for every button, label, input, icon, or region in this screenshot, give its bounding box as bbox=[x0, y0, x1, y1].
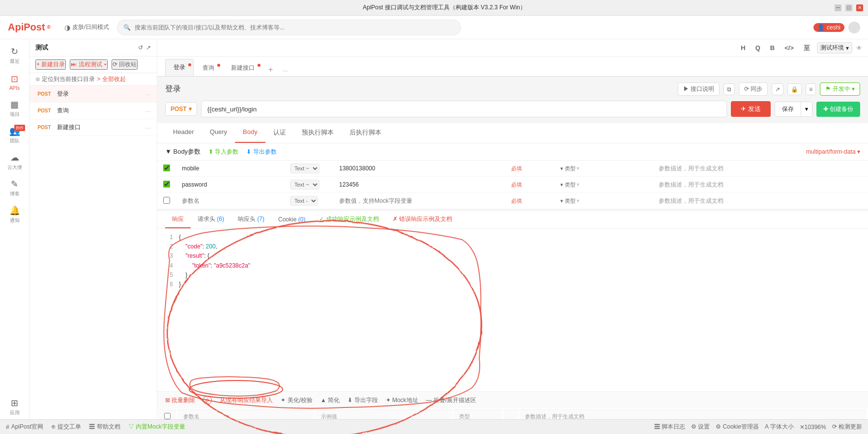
param-value-mobile[interactable] bbox=[339, 165, 499, 172]
user-badge[interactable]: 👤 ceshi bbox=[813, 23, 844, 32]
sidebar-item-app[interactable]: ⊞ 应用 bbox=[2, 395, 27, 419]
h-button[interactable]: H bbox=[738, 42, 748, 54]
param-name-password[interactable] bbox=[182, 181, 278, 188]
eye-button[interactable]: 👁 bbox=[856, 45, 862, 52]
save-button[interactable]: 保存 bbox=[775, 102, 801, 116]
font-size-button[interactable]: A 字体大小 bbox=[765, 423, 794, 431]
params-tab-post-script[interactable]: 后执行脚本 bbox=[342, 123, 389, 143]
api-item-new[interactable]: POST 新建接口 ··· bbox=[29, 119, 157, 136]
refresh-button[interactable]: ↺ bbox=[138, 44, 143, 51]
sidebar-item-recent[interactable]: ↻ 最近 bbox=[2, 43, 27, 68]
sidebar-item-team[interactable]: 👥 团队 协作 bbox=[2, 123, 27, 147]
search-bar[interactable]: 🔍 bbox=[117, 20, 461, 35]
fold-expand-button[interactable]: — 折叠/展开描述区 bbox=[426, 396, 477, 405]
add-directory-button[interactable]: + 新建目录 bbox=[35, 59, 66, 70]
sync-button[interactable]: ⟳ 同步 bbox=[739, 82, 768, 96]
official-site-link[interactable]: # ApiPost官网 bbox=[6, 423, 43, 431]
close-button[interactable]: ✕ bbox=[856, 4, 863, 11]
export-params-button[interactable]: ⬇ 导出参数 bbox=[246, 148, 276, 156]
sidebar-item-notify[interactable]: 🔔 通知 bbox=[2, 202, 27, 227]
tab-more-button[interactable]: ··· bbox=[279, 65, 291, 76]
recycle-button[interactable]: ⟳ 回收站 bbox=[112, 59, 138, 70]
simplify-button[interactable]: ▲ 简化 bbox=[320, 396, 340, 405]
import-params-button[interactable]: ⬆ 导入参数 bbox=[208, 148, 238, 156]
method-selector[interactable]: POST ▾ bbox=[165, 102, 197, 116]
lock-button[interactable]: 🔒 bbox=[787, 83, 802, 95]
param-value-password[interactable] bbox=[339, 181, 499, 188]
export-fields-button[interactable]: ⬇ 导出字段 bbox=[347, 396, 377, 405]
send-button[interactable]: ✈ 发送 bbox=[731, 101, 771, 117]
sidebar-item-cloud[interactable]: ☁ 云大便 bbox=[2, 149, 27, 174]
sidebar-item-blog[interactable]: ✎ 博客 bbox=[2, 176, 27, 200]
collapse-all-btn[interactable]: > 全部收起 bbox=[97, 75, 125, 83]
params-tab-pre-script[interactable]: 预执行脚本 bbox=[294, 123, 342, 143]
minimize-button[interactable]: ─ bbox=[835, 4, 841, 11]
param-desc-mobile[interactable] bbox=[659, 165, 862, 172]
doc-button[interactable]: ▶ 接口说明 bbox=[678, 82, 720, 96]
dev-status-button[interactable]: ⚑ 开发中 ▾ bbox=[820, 82, 860, 96]
param-desc-password[interactable] bbox=[659, 181, 862, 188]
env-selector[interactable]: 测试环境 ▾ bbox=[817, 42, 852, 54]
maximize-button[interactable]: □ bbox=[845, 4, 852, 11]
url-input[interactable] bbox=[201, 101, 727, 117]
param-type-select-mobile[interactable]: Text ~ bbox=[290, 163, 319, 173]
param-type-select-empty[interactable]: Text - bbox=[290, 196, 318, 206]
param-checkbox-empty[interactable] bbox=[163, 197, 170, 204]
multipart-label[interactable]: multipart/form-data ▾ bbox=[806, 148, 860, 155]
mock-address-button[interactable]: ✦ Mock地址 bbox=[386, 396, 418, 405]
tab-query[interactable]: 查询 bbox=[195, 60, 222, 76]
params-tab-body[interactable]: Body bbox=[235, 123, 265, 143]
beautify-validate-button[interactable]: ✦ 美化/校验 bbox=[281, 396, 313, 405]
bulk-delete-button[interactable]: ⊠ 批量删除 bbox=[165, 396, 195, 405]
left-panel: 测试 ↺ ↗ + 新建目录 ⏭ 流程测试 ▾ ⟳ 回收站 ⊙ 定位到当前接口目录… bbox=[29, 39, 157, 419]
share-button[interactable]: ↗ bbox=[146, 44, 151, 51]
import-from-response-button[interactable]: ⟳ bbox=[203, 396, 212, 405]
mock-vars-button[interactable]: ▽ 内置Mock字段变量 bbox=[128, 423, 185, 431]
api-item-query[interactable]: POST 查询 ··· bbox=[29, 103, 157, 119]
copy-button[interactable]: ⧉ bbox=[723, 83, 735, 95]
response-tab-response-headers[interactable]: 响应头 (7) bbox=[231, 211, 271, 228]
response-tab-error-example[interactable]: ✗ 错误响应示例及文档 bbox=[386, 211, 459, 228]
select-all-checkbox[interactable] bbox=[164, 413, 171, 419]
create-backup-button[interactable]: ✚ 创建备份 bbox=[816, 102, 860, 117]
search-input[interactable] bbox=[135, 24, 455, 31]
script-log-button[interactable]: ☰ 脚本日志 bbox=[654, 423, 685, 431]
list-button[interactable]: ≡ bbox=[806, 83, 816, 95]
flow-test-button[interactable]: ⏭ 流程测试 ▾ bbox=[70, 59, 108, 70]
response-tab-request-headers[interactable]: 请求头 (6) bbox=[191, 211, 231, 228]
response-tab-response[interactable]: 响应 bbox=[165, 211, 191, 228]
to-button[interactable]: 至 bbox=[801, 42, 813, 54]
check-update-button[interactable]: ⟳ 检测更新 bbox=[832, 423, 862, 431]
response-tabs: 响应 请求头 (6) 响应头 (7) Cookie (0) ✓ 成功响应示例及文… bbox=[157, 211, 868, 229]
settings-button[interactable]: ⚙ 设置 bbox=[691, 423, 710, 431]
params-tab-query[interactable]: Query bbox=[202, 123, 235, 143]
share-header-button[interactable]: ↗ bbox=[772, 83, 783, 95]
help-docs-button[interactable]: ☰ 帮助文档 bbox=[89, 423, 120, 431]
param-checkbox-password[interactable] bbox=[163, 181, 170, 188]
api-item-login[interactable]: POST 登录 ··· bbox=[29, 86, 157, 103]
q-button[interactable]: Q bbox=[752, 42, 763, 54]
param-name-mobile[interactable] bbox=[182, 165, 278, 172]
response-tab-success-example[interactable]: ✓ 成功响应示例及文档 bbox=[312, 211, 385, 228]
sidebar-item-project[interactable]: ▦ 项目 bbox=[2, 96, 27, 121]
locate-current-btn[interactable]: ⊙ 定位到当前接口目录 bbox=[35, 75, 95, 83]
params-tab-header[interactable]: Header bbox=[165, 123, 202, 143]
param-value-empty[interactable] bbox=[339, 197, 499, 204]
sidebar-item-apis[interactable]: ⊡ APIs bbox=[2, 70, 27, 94]
import-from-response-label[interactable]: 从现有响应结果导入 bbox=[220, 396, 273, 405]
save-dropdown-button[interactable]: ▾ bbox=[801, 102, 812, 116]
tab-add-button[interactable]: + bbox=[263, 63, 278, 76]
response-tab-cookie[interactable]: Cookie (0) bbox=[271, 212, 312, 228]
param-name-empty[interactable] bbox=[182, 197, 278, 204]
code-button[interactable]: </> bbox=[781, 42, 797, 54]
tab-new-interface[interactable]: 新建接口 bbox=[223, 60, 262, 76]
feedback-button[interactable]: ⊕ 提交工单 bbox=[51, 423, 81, 431]
theme-toggle-button[interactable]: ◑ 皮肤/日间模式 bbox=[64, 23, 109, 31]
cookie-manager-button[interactable]: ⚙ Cookie管理器 bbox=[716, 423, 759, 431]
param-checkbox-mobile[interactable] bbox=[163, 164, 170, 171]
b-button[interactable]: B bbox=[767, 42, 778, 54]
param-type-select-password[interactable]: Text ~ bbox=[290, 180, 319, 190]
params-tab-auth[interactable]: 认证 bbox=[265, 123, 294, 143]
param-desc-empty[interactable] bbox=[659, 197, 862, 204]
tab-login[interactable]: 登录 bbox=[165, 59, 194, 76]
